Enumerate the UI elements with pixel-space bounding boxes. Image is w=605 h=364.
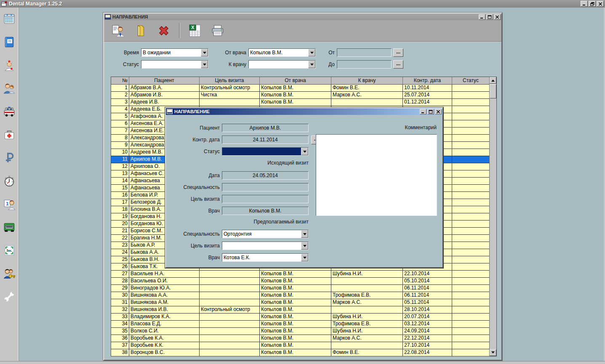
- table-row[interactable]: 32Вишнякова И.В.Контрольный осмотрКопыло…: [111, 306, 489, 314]
- transport-icon[interactable]: [3, 221, 16, 234]
- wrench-icon[interactable]: [3, 290, 16, 303]
- excel-export-button[interactable]: X: [187, 23, 203, 38]
- referrals-minimize-button[interactable]: [479, 14, 485, 20]
- comment-textarea[interactable]: [316, 134, 437, 216]
- column-header-to-doctor[interactable]: К врачу: [331, 77, 403, 85]
- table-row[interactable]: 2Абрамов И.В.ЧисткаКопылов В.М.Марков А.…: [111, 92, 489, 99]
- chevron-down-icon[interactable]: [301, 254, 308, 261]
- new-referral-button[interactable]: [111, 23, 126, 38]
- control-date-field[interactable]: 24.11.2014: [222, 136, 309, 144]
- cell-num: 30: [111, 292, 129, 299]
- dialog-minimize-button[interactable]: [420, 109, 426, 114]
- dialog-titlebar[interactable]: НАПРАВЛЕНИЕ: [166, 108, 442, 115]
- referrals-close-button[interactable]: [494, 14, 501, 20]
- to-date-filter-field[interactable]: [337, 60, 392, 69]
- to-doctor-filter-combo[interactable]: [248, 60, 316, 69]
- users-key-icon[interactable]: [3, 267, 16, 280]
- delete-button[interactable]: [156, 23, 171, 38]
- table-row[interactable]: 34Власова Е.Д.Копылов В.М.Трофимова Е.В.…: [111, 321, 489, 328]
- table-row[interactable]: 27Васильев Н.А.Копылов В.М.Шубина Н.И.22…: [111, 271, 489, 278]
- cell-num: 34: [111, 321, 129, 328]
- table-row[interactable]: 35Волков С.И.Копылов В.М.Шубина Н.И.24.0…: [111, 328, 489, 335]
- open-folder-button[interactable]: [133, 23, 149, 38]
- scrollbar-thumb[interactable]: [490, 84, 496, 98]
- calendar-icon[interactable]: [3, 13, 16, 25]
- journal-icon[interactable]: [3, 36, 16, 48]
- table-row[interactable]: 1Абрамов В.А.Контрольный осмотрКопылов В…: [111, 85, 489, 92]
- cell-to-doctor: Шубина Н.И.: [331, 314, 403, 321]
- stopwatch-icon[interactable]: [3, 175, 16, 187]
- outgoing-doctor-label: Врач: [168, 207, 220, 215]
- outgoing-doctor-field[interactable]: Копылов В.М.: [222, 207, 309, 215]
- schedule-icon[interactable]: 1: [3, 198, 16, 210]
- table-row[interactable]: 38Воронцов В.С.Копылов В.М.Фомин В.Е.22.…: [111, 349, 489, 356]
- referrals-maximize-button[interactable]: [486, 14, 493, 20]
- restore-button[interactable]: [589, 1, 596, 7]
- table-row[interactable]: 3Авдеев И.В.Копылов В.М.01.12.2014: [111, 99, 489, 106]
- chevron-down-icon[interactable]: [301, 148, 308, 155]
- from-doctor-filter-combo[interactable]: Копылов В.М.: [248, 48, 316, 57]
- table-row[interactable]: 30Вишнякова А.А.Копылов В.М.Трофимова Е.…: [111, 292, 489, 299]
- outgoing-specialty-field[interactable]: [222, 183, 309, 191]
- patients-icon[interactable]: [3, 82, 16, 95]
- column-header-purpose[interactable]: Цель визита: [200, 77, 260, 85]
- insurance-icon[interactable]: Ins.: [3, 244, 16, 257]
- table-header: № Пациент Цель визита От врача К врачу К…: [111, 77, 489, 85]
- cell-patient: Вишнякова А.А.: [129, 292, 200, 299]
- cell-purpose: [200, 278, 260, 285]
- table-scrollbar[interactable]: [489, 77, 496, 356]
- cell-status: [452, 128, 489, 135]
- toolbar-separator: [179, 23, 180, 38]
- ambulance-icon[interactable]: [3, 105, 16, 118]
- cell-status: [452, 235, 489, 242]
- time-filter-combo[interactable]: В ожидании: [141, 48, 208, 57]
- cell-control-date: 22.12.2014: [403, 335, 452, 342]
- close-button[interactable]: [597, 1, 604, 7]
- scroll-down-icon[interactable]: [490, 349, 496, 356]
- chevron-down-icon[interactable]: [308, 61, 315, 68]
- dialog-close-button[interactable]: [435, 109, 442, 114]
- print-button[interactable]: [210, 23, 225, 38]
- chevron-down-icon[interactable]: [308, 49, 315, 56]
- table-row[interactable]: 37Воробьев К.К.Копылов В.М.27.10.2014: [111, 342, 489, 349]
- cell-patient: Васильева О.И.: [129, 278, 200, 285]
- table-row[interactable]: 29Виноградов Ю.А.Копылов В.М.06.11.2014: [111, 285, 489, 292]
- cell-num: 23: [111, 242, 129, 249]
- planned-specialty-combo[interactable]: Ортодонтия: [222, 230, 309, 238]
- ruble-icon[interactable]: [3, 151, 16, 164]
- table-row[interactable]: 28Васильева О.И.Копылов В.М.05.10.2014: [111, 278, 489, 285]
- from-date-filter-field[interactable]: [337, 48, 392, 57]
- chevron-down-icon[interactable]: [201, 49, 208, 56]
- column-header-patient[interactable]: Пациент: [129, 77, 200, 85]
- planned-doctor-combo[interactable]: Котова Е.К.: [222, 253, 309, 262]
- column-header-status[interactable]: Статус: [452, 77, 489, 85]
- cell-num: 13: [111, 170, 129, 178]
- planned-purpose-combo[interactable]: [222, 242, 309, 250]
- status-combo[interactable]: [222, 147, 309, 156]
- scroll-up-icon[interactable]: [490, 77, 496, 84]
- column-header-num[interactable]: №: [111, 77, 129, 85]
- status-filter-combo[interactable]: [141, 60, 208, 69]
- sidebar: 1 Ins.: [0, 8, 19, 361]
- dialog-maximize-button[interactable]: [427, 109, 434, 114]
- cell-purpose: Контрольный осмотр: [200, 85, 260, 92]
- from-date-browse-button[interactable]: ...: [393, 48, 403, 57]
- minimize-button[interactable]: [581, 1, 588, 7]
- to-date-browse-button[interactable]: ...: [393, 60, 403, 69]
- referrals-titlebar[interactable]: НАПРАВЛЕНИЯ: [104, 13, 501, 20]
- doctor-icon[interactable]: [3, 59, 16, 72]
- outgoing-date-field[interactable]: 24.05.2014: [222, 171, 309, 180]
- cell-purpose: Контрольный осмотр: [200, 306, 260, 314]
- dialog-window-icon: [167, 109, 173, 114]
- table-row[interactable]: 36Воробьев К.А.Копылов В.М.Марков А.С.22…: [111, 335, 489, 342]
- column-header-from-doctor[interactable]: От врача: [260, 77, 331, 85]
- table-row[interactable]: 31Вишнякова А.М.Копылов В.М.Марков А.С.0…: [111, 299, 489, 306]
- chevron-down-icon[interactable]: [301, 242, 308, 250]
- time-filter-label: Время: [112, 48, 139, 57]
- table-row[interactable]: 33Владимиров К.А.Копылов В.М.Шубина Н.И.…: [111, 314, 489, 321]
- outgoing-purpose-field[interactable]: [222, 195, 309, 203]
- chevron-down-icon[interactable]: [201, 61, 208, 68]
- chevron-down-icon[interactable]: [301, 230, 308, 238]
- medkit-icon[interactable]: [3, 128, 16, 141]
- column-header-control-date[interactable]: Контр. дата: [403, 77, 452, 85]
